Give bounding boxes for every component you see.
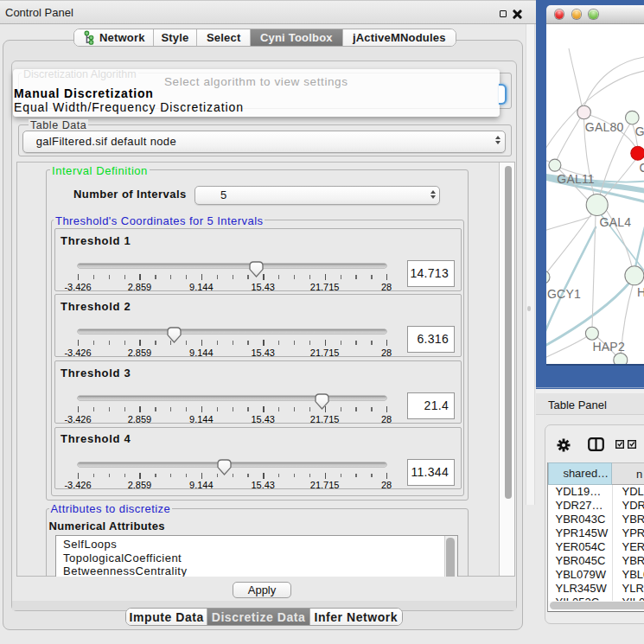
svg-text:GAL80: GAL80: [584, 119, 623, 133]
svg-text:H: H: [637, 284, 644, 298]
svg-text:GAL4: GAL4: [599, 214, 631, 228]
svg-text:C: C: [639, 160, 644, 174]
svg-text:GAL11: GAL11: [557, 171, 595, 185]
svg-text:GCY1: GCY1: [547, 286, 581, 300]
svg-text:GA: GA: [634, 124, 644, 138]
svg-text:HAP2: HAP2: [592, 340, 624, 354]
